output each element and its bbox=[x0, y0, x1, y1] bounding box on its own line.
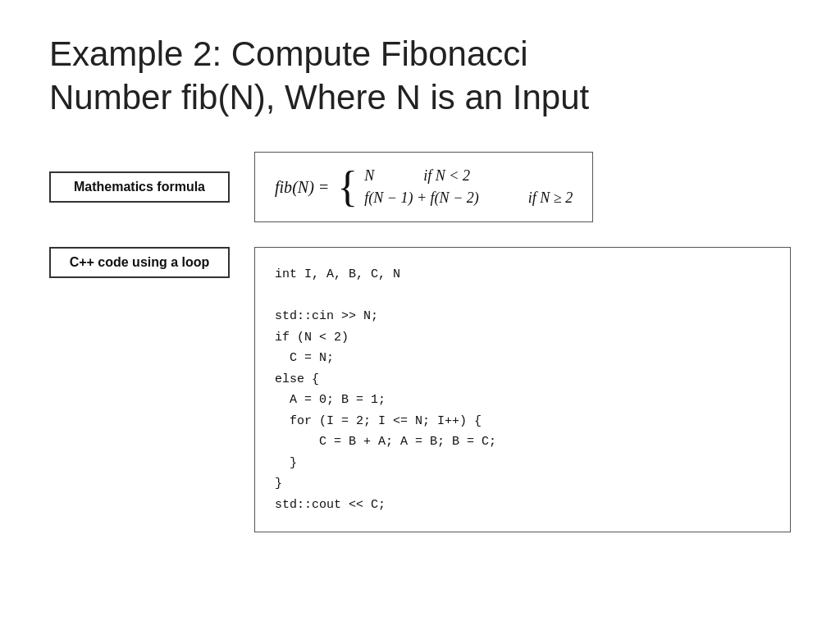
code-block: int I, A, B, C, N std::cin >> N; if (N <… bbox=[254, 247, 791, 532]
formula-lhs: fib(N) = bbox=[275, 178, 329, 197]
math-formula-box: fib(N) = { N if N < 2 f(N − 1) + f(N − 2… bbox=[254, 152, 593, 222]
big-brace-icon: { bbox=[337, 166, 358, 208]
code-label: C++ code using a loop bbox=[49, 247, 230, 278]
formula-case-2: f(N − 1) + f(N − 2) if N ≥ 2 bbox=[364, 189, 573, 207]
case1-expr: N bbox=[364, 167, 374, 185]
code-label-col: C++ code using a loop bbox=[49, 247, 254, 278]
page-title: Example 2: Compute Fibonacci Number fib(… bbox=[49, 33, 791, 119]
case2-expr: f(N − 1) + f(N − 2) bbox=[364, 189, 479, 207]
code-row: C++ code using a loop int I, A, B, C, N … bbox=[49, 247, 791, 532]
math-row: Mathematics formula fib(N) = { N if N < … bbox=[49, 152, 791, 222]
case2-cond: if N ≥ 2 bbox=[528, 189, 573, 207]
formula-case-1: N if N < 2 bbox=[364, 167, 573, 185]
formula-brace: { N if N < 2 f(N − 1) + f(N − 2) if N ≥ … bbox=[337, 166, 573, 208]
case1-cond: if N < 2 bbox=[423, 167, 470, 185]
content-area: Mathematics formula fib(N) = { N if N < … bbox=[49, 152, 791, 532]
math-label: Mathematics formula bbox=[49, 171, 230, 203]
formula-cases: N if N < 2 f(N − 1) + f(N − 2) if N ≥ 2 bbox=[364, 167, 573, 207]
